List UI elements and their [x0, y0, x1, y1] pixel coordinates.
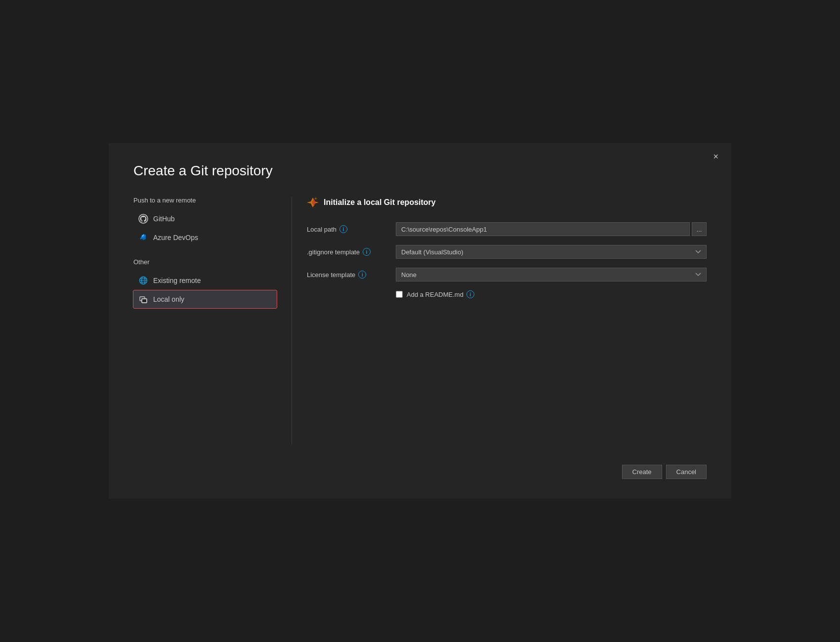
- existing-remote-icon: [138, 276, 148, 285]
- existing-remote-nav-item[interactable]: Existing remote: [133, 272, 277, 289]
- vs-git-icon: [307, 197, 319, 208]
- license-select[interactable]: None: [396, 268, 707, 281]
- right-panel: Initialize a local Git repository Local …: [292, 197, 707, 445]
- browse-button[interactable]: ...: [692, 222, 707, 236]
- readme-info-icon[interactable]: i: [466, 290, 474, 298]
- svg-rect-7: [142, 299, 147, 303]
- other-section-label: Other: [133, 258, 277, 266]
- azure-devops-icon: [138, 233, 148, 242]
- create-git-repository-dialog: × Create a Git repository Push to a new …: [109, 143, 731, 499]
- github-icon: [138, 214, 148, 224]
- readme-checkbox[interactable]: [396, 291, 403, 298]
- github-label: GitHub: [153, 215, 175, 223]
- gitignore-label: .gitignore template i: [307, 248, 396, 256]
- dialog-title: Create a Git repository: [133, 163, 707, 179]
- close-button[interactable]: ×: [709, 150, 722, 163]
- gitignore-row: .gitignore template i Default (VisualStu…: [307, 245, 707, 259]
- readme-row: Add a README.md i: [396, 290, 707, 298]
- gitignore-select[interactable]: Default (VisualStudio): [396, 245, 707, 259]
- section-header: Initialize a local Git repository: [307, 197, 707, 208]
- local-path-label: Local path i: [307, 225, 396, 233]
- azure-devops-label: Azure DevOps: [153, 234, 198, 241]
- svg-marker-10: [314, 197, 317, 200]
- license-control: None: [396, 268, 707, 281]
- existing-remote-label: Existing remote: [153, 277, 201, 284]
- azure-devops-nav-item[interactable]: Azure DevOps: [133, 229, 277, 246]
- dialog-footer: Create Cancel: [133, 445, 707, 479]
- github-nav-item[interactable]: GitHub: [133, 210, 277, 228]
- license-row: License template i None: [307, 268, 707, 281]
- license-label: License template i: [307, 271, 396, 279]
- dialog-body: Push to a new remote GitHub: [133, 197, 707, 445]
- local-only-label: Local only: [153, 295, 184, 303]
- license-info-icon[interactable]: i: [358, 271, 366, 279]
- local-only-icon: [138, 294, 148, 304]
- create-button[interactable]: Create: [622, 465, 662, 479]
- local-path-info-icon[interactable]: i: [339, 225, 347, 233]
- readme-label[interactable]: Add a README.md i: [407, 290, 474, 298]
- gitignore-control: Default (VisualStudio): [396, 245, 707, 259]
- gitignore-info-icon[interactable]: i: [363, 248, 371, 256]
- left-panel: Push to a new remote GitHub: [133, 197, 292, 445]
- section-header-title: Initialize a local Git repository: [324, 198, 436, 207]
- cancel-button[interactable]: Cancel: [666, 465, 707, 479]
- local-path-row: Local path i ...: [307, 222, 707, 236]
- push-section-label: Push to a new remote: [133, 197, 277, 204]
- other-section: Other Existing remote: [133, 258, 277, 308]
- local-path-control: ...: [396, 222, 707, 236]
- local-path-input[interactable]: [396, 222, 690, 236]
- local-only-nav-item[interactable]: Local only: [133, 290, 277, 308]
